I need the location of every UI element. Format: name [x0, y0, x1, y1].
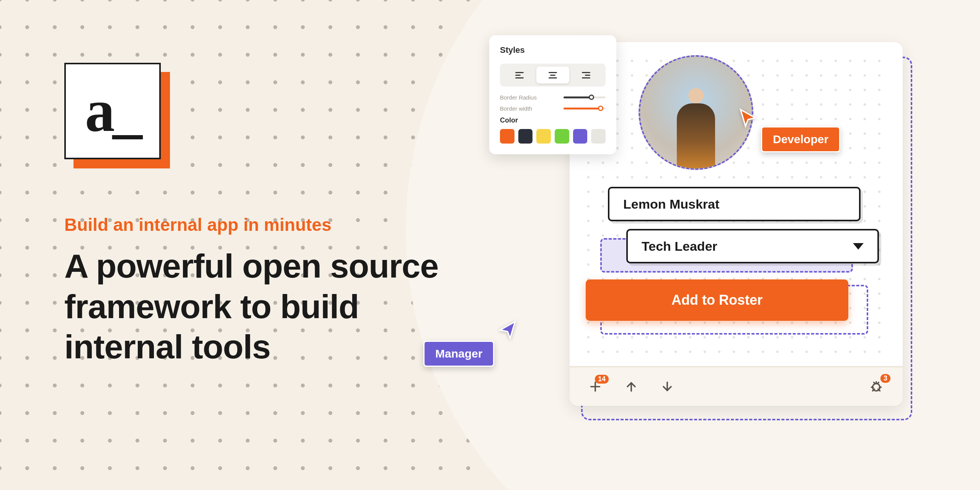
manager-tag: Manager — [423, 341, 494, 367]
color-swatches — [500, 129, 606, 144]
text-align-group — [500, 64, 606, 87]
add-to-roster-label: Add to Roster — [671, 292, 763, 308]
canvas-card: Lemon Muskrat Tech Leader Add to Roster … — [570, 42, 903, 406]
color-swatch-yellow[interactable] — [536, 129, 551, 144]
color-swatch-orange[interactable] — [500, 129, 514, 144]
align-right-button[interactable] — [569, 67, 603, 83]
developer-tag-label: Developer — [773, 133, 828, 145]
border-radius-label: Border Radius — [500, 94, 537, 101]
developer-tag: Developer — [761, 126, 840, 152]
add-badge: 14 — [595, 375, 609, 384]
avatar[interactable] — [639, 55, 753, 170]
name-input[interactable]: Lemon Muskrat — [608, 187, 861, 221]
arrow-up-button[interactable] — [625, 380, 638, 393]
role-dropdown-value: Tech Leader — [642, 239, 717, 254]
border-width-slider[interactable] — [564, 108, 606, 109]
add-widget-button[interactable]: 14 — [589, 380, 602, 393]
bug-badge: 3 — [880, 374, 890, 383]
logo-text: a_ — [85, 81, 140, 141]
align-right-icon — [582, 72, 590, 78]
name-input-value: Lemon Muskrat — [623, 197, 719, 212]
styles-panel: Styles Border Radius Border width Color — [489, 35, 616, 154]
align-left-button[interactable] — [503, 67, 536, 83]
color-swatch-grey[interactable] — [591, 129, 606, 144]
color-swatch-green[interactable] — [555, 129, 569, 144]
add-to-roster-button[interactable]: Add to Roster — [586, 279, 848, 321]
color-section-title: Color — [500, 116, 606, 124]
border-radius-slider[interactable] — [564, 96, 606, 98]
align-center-icon — [549, 72, 557, 78]
headline: A powerful open sourceframework to build… — [64, 246, 438, 367]
manager-tag-label: Manager — [435, 347, 482, 360]
color-swatch-dark[interactable] — [518, 129, 533, 144]
styles-panel-title: Styles — [500, 45, 606, 55]
tagline: Build an internal app in minutes — [64, 214, 438, 235]
bug-button[interactable]: 3 — [869, 379, 884, 394]
role-dropdown[interactable]: Tech Leader — [626, 229, 879, 263]
border-width-label: Border width — [500, 105, 532, 112]
caret-down-icon — [853, 243, 864, 250]
align-left-icon — [515, 72, 524, 78]
color-swatch-purple[interactable] — [573, 129, 588, 144]
arrow-down-button[interactable] — [661, 380, 674, 393]
logo: a_ — [64, 63, 161, 159]
bottom-toolbar: 14 3 — [570, 366, 903, 406]
align-center-button[interactable] — [536, 67, 570, 83]
